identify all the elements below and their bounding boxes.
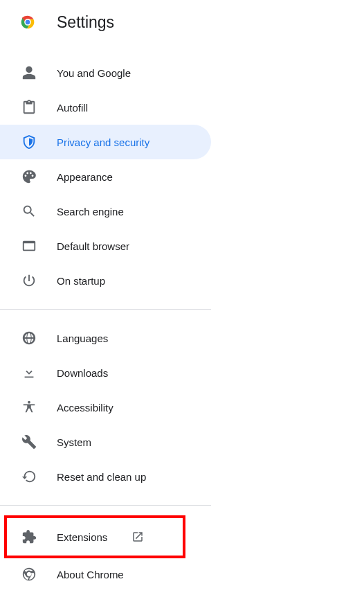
svg-point-1 <box>25 19 30 25</box>
nav-accessibility[interactable]: Accessibility <box>0 390 211 425</box>
palette-icon <box>21 168 37 185</box>
settings-header: Settings <box>0 0 364 53</box>
nav-extensions[interactable]: Extensions <box>6 519 184 554</box>
nav-downloads[interactable]: Downloads <box>0 355 211 390</box>
search-icon <box>21 203 37 220</box>
nav-autofill[interactable]: Autofill <box>0 90 211 125</box>
page-title: Settings <box>57 13 114 32</box>
clipboard-icon <box>21 99 37 116</box>
nav-label: Default browser <box>57 240 129 252</box>
nav-label: Languages <box>57 332 108 344</box>
extension-icon <box>21 529 37 545</box>
chrome-logo-icon <box>18 12 37 32</box>
accessibility-icon <box>21 399 37 416</box>
nav-label: Appearance <box>57 171 113 183</box>
nav-label: Extensions <box>57 531 107 543</box>
download-icon <box>21 364 37 381</box>
wrench-icon <box>21 434 37 450</box>
nav-appearance[interactable]: Appearance <box>0 159 211 194</box>
nav-languages[interactable]: Languages <box>0 321 211 355</box>
highlight-annotation: Extensions <box>6 517 184 557</box>
nav-label: Accessibility <box>57 402 113 414</box>
nav-label: Privacy and security <box>57 136 149 148</box>
reset-icon <box>21 468 37 485</box>
nav-label: Downloads <box>57 367 108 379</box>
chrome-outline-icon <box>21 566 37 583</box>
nav-label: Autofill <box>57 102 88 114</box>
external-link-icon <box>131 530 145 544</box>
nav-label: About Chrome <box>57 569 124 580</box>
nav-search-engine[interactable]: Search engine <box>0 194 211 229</box>
power-icon <box>21 272 37 289</box>
nav-reset-cleanup[interactable]: Reset and clean up <box>0 459 211 494</box>
shield-icon <box>21 134 37 150</box>
nav-label: System <box>57 436 91 448</box>
settings-nav: You and Google Autofill Privacy and secu… <box>0 53 364 592</box>
nav-default-browser[interactable]: Default browser <box>0 229 211 263</box>
nav-label: Reset and clean up <box>57 471 146 483</box>
globe-icon <box>21 330 37 346</box>
nav-system[interactable]: System <box>0 425 211 459</box>
nav-about-chrome[interactable]: About Chrome <box>0 557 211 592</box>
nav-privacy-security[interactable]: Privacy and security <box>0 125 211 159</box>
person-icon <box>21 64 37 81</box>
nav-label: You and Google <box>57 67 131 79</box>
nav-you-and-google[interactable]: You and Google <box>0 55 211 90</box>
browser-icon <box>21 238 37 254</box>
nav-divider <box>0 505 211 506</box>
nav-on-startup[interactable]: On startup <box>0 263 211 298</box>
nav-label: On startup <box>57 275 105 287</box>
nav-divider <box>0 309 211 310</box>
nav-label: Search engine <box>57 206 124 217</box>
